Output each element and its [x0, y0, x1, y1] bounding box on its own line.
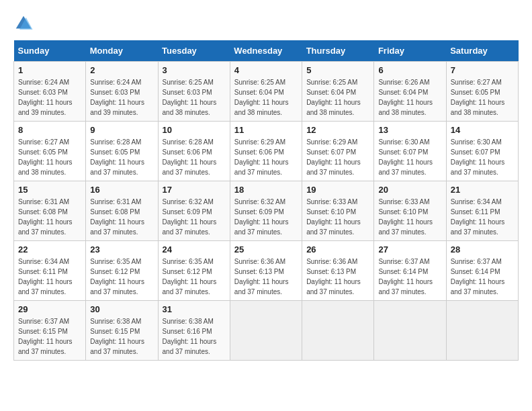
calendar-cell: 28Sunrise: 6:37 AM Sunset: 6:14 PM Dayli…: [446, 241, 518, 301]
day-info: Sunrise: 6:25 AM Sunset: 6:04 PM Dayligh…: [306, 77, 369, 118]
calendar-cell: 15Sunrise: 6:31 AM Sunset: 6:08 PM Dayli…: [14, 181, 86, 241]
calendar-week-3: 15Sunrise: 6:31 AM Sunset: 6:08 PM Dayli…: [14, 181, 519, 241]
day-info: Sunrise: 6:37 AM Sunset: 6:14 PM Dayligh…: [451, 257, 514, 297]
day-info: Sunrise: 6:35 AM Sunset: 6:12 PM Dayligh…: [163, 257, 226, 297]
day-info: Sunrise: 6:24 AM Sunset: 6:03 PM Dayligh…: [90, 77, 153, 118]
calendar-cell: 21Sunrise: 6:34 AM Sunset: 6:11 PM Dayli…: [446, 181, 518, 241]
calendar-cell: 17Sunrise: 6:32 AM Sunset: 6:09 PM Dayli…: [158, 181, 230, 241]
day-info: Sunrise: 6:24 AM Sunset: 6:03 PM Dayligh…: [18, 77, 81, 118]
day-number: 26: [306, 244, 369, 255]
day-info: Sunrise: 6:33 AM Sunset: 6:10 PM Dayligh…: [306, 197, 369, 237]
day-info: Sunrise: 6:35 AM Sunset: 6:12 PM Dayligh…: [90, 257, 153, 297]
day-number: 23: [90, 244, 153, 255]
day-number: 6: [378, 65, 441, 75]
day-number: 13: [378, 125, 441, 135]
day-info: Sunrise: 6:26 AM Sunset: 6:04 PM Dayligh…: [378, 77, 441, 118]
day-number: 9: [90, 125, 153, 135]
day-number: 31: [163, 304, 226, 314]
calendar-week-4: 22Sunrise: 6:34 AM Sunset: 6:11 PM Dayli…: [14, 241, 519, 301]
calendar-cell: 6Sunrise: 6:26 AM Sunset: 6:04 PM Daylig…: [374, 62, 446, 122]
day-number: 1: [18, 65, 81, 75]
day-info: Sunrise: 6:32 AM Sunset: 6:09 PM Dayligh…: [163, 197, 226, 237]
day-number: 5: [306, 65, 369, 75]
day-number: 30: [90, 304, 153, 314]
day-info: Sunrise: 6:37 AM Sunset: 6:15 PM Dayligh…: [18, 316, 81, 357]
day-number: 14: [451, 125, 514, 135]
logo: [13, 13, 36, 34]
day-number: 11: [234, 125, 298, 135]
day-info: Sunrise: 6:36 AM Sunset: 6:13 PM Dayligh…: [234, 257, 298, 297]
calendar-cell: 30Sunrise: 6:38 AM Sunset: 6:15 PM Dayli…: [86, 301, 158, 361]
day-number: 4: [234, 65, 298, 75]
day-info: Sunrise: 6:32 AM Sunset: 6:09 PM Dayligh…: [234, 197, 298, 237]
day-info: Sunrise: 6:30 AM Sunset: 6:07 PM Dayligh…: [378, 137, 441, 177]
calendar-week-2: 8Sunrise: 6:27 AM Sunset: 6:05 PM Daylig…: [14, 122, 519, 181]
col-header-monday: Monday: [86, 40, 158, 62]
day-number: 21: [451, 185, 514, 195]
calendar-cell: 24Sunrise: 6:35 AM Sunset: 6:12 PM Dayli…: [158, 241, 230, 301]
day-number: 12: [306, 125, 369, 135]
day-number: 20: [378, 185, 441, 195]
day-number: 7: [451, 65, 514, 75]
day-number: 16: [90, 185, 153, 195]
calendar-cell: 11Sunrise: 6:29 AM Sunset: 6:06 PM Dayli…: [230, 122, 302, 181]
col-header-sunday: Sunday: [14, 40, 86, 62]
day-number: 3: [163, 65, 226, 75]
calendar-cell: 19Sunrise: 6:33 AM Sunset: 6:10 PM Dayli…: [302, 181, 374, 241]
day-number: 8: [18, 125, 81, 135]
calendar-cell: 26Sunrise: 6:36 AM Sunset: 6:13 PM Dayli…: [302, 241, 374, 301]
calendar-cell: 25Sunrise: 6:36 AM Sunset: 6:13 PM Dayli…: [230, 241, 302, 301]
day-number: 2: [90, 65, 153, 75]
day-number: 25: [234, 244, 298, 255]
calendar-week-5: 29Sunrise: 6:37 AM Sunset: 6:15 PM Dayli…: [14, 301, 519, 361]
day-info: Sunrise: 6:28 AM Sunset: 6:05 PM Dayligh…: [90, 137, 153, 177]
col-header-thursday: Thursday: [302, 40, 374, 62]
day-info: Sunrise: 6:34 AM Sunset: 6:11 PM Dayligh…: [18, 257, 81, 297]
calendar-cell: 3Sunrise: 6:25 AM Sunset: 6:03 PM Daylig…: [158, 62, 230, 122]
calendar-cell: 7Sunrise: 6:27 AM Sunset: 6:05 PM Daylig…: [446, 62, 518, 122]
day-info: Sunrise: 6:25 AM Sunset: 6:04 PM Dayligh…: [234, 77, 298, 118]
day-info: Sunrise: 6:31 AM Sunset: 6:08 PM Dayligh…: [18, 197, 81, 237]
calendar-cell: [302, 301, 374, 361]
calendar-cell: [446, 301, 518, 361]
day-info: Sunrise: 6:27 AM Sunset: 6:05 PM Dayligh…: [451, 77, 514, 118]
calendar-cell: 12Sunrise: 6:29 AM Sunset: 6:07 PM Dayli…: [302, 122, 374, 181]
calendar-cell: 10Sunrise: 6:28 AM Sunset: 6:06 PM Dayli…: [158, 122, 230, 181]
day-info: Sunrise: 6:33 AM Sunset: 6:10 PM Dayligh…: [378, 197, 441, 237]
calendar-cell: 23Sunrise: 6:35 AM Sunset: 6:12 PM Dayli…: [86, 241, 158, 301]
day-number: 28: [451, 244, 514, 255]
day-info: Sunrise: 6:34 AM Sunset: 6:11 PM Dayligh…: [451, 197, 514, 237]
day-info: Sunrise: 6:28 AM Sunset: 6:06 PM Dayligh…: [163, 137, 226, 177]
day-info: Sunrise: 6:29 AM Sunset: 6:07 PM Dayligh…: [306, 137, 369, 177]
calendar-cell: 13Sunrise: 6:30 AM Sunset: 6:07 PM Dayli…: [374, 122, 446, 181]
calendar-cell: [374, 301, 446, 361]
day-info: Sunrise: 6:38 AM Sunset: 6:15 PM Dayligh…: [90, 316, 153, 357]
col-header-tuesday: Tuesday: [158, 40, 230, 62]
col-header-saturday: Saturday: [446, 40, 518, 62]
day-number: 18: [234, 185, 298, 195]
calendar-cell: 14Sunrise: 6:30 AM Sunset: 6:07 PM Dayli…: [446, 122, 518, 181]
calendar-cell: 9Sunrise: 6:28 AM Sunset: 6:05 PM Daylig…: [86, 122, 158, 181]
day-number: 27: [378, 244, 441, 255]
calendar-cell: 2Sunrise: 6:24 AM Sunset: 6:03 PM Daylig…: [86, 62, 158, 122]
calendar-cell: 20Sunrise: 6:33 AM Sunset: 6:10 PM Dayli…: [374, 181, 446, 241]
calendar-week-1: 1Sunrise: 6:24 AM Sunset: 6:03 PM Daylig…: [14, 62, 519, 122]
page-header: [13, 13, 519, 34]
day-number: 19: [306, 185, 369, 195]
calendar-cell: 5Sunrise: 6:25 AM Sunset: 6:04 PM Daylig…: [302, 62, 374, 122]
day-info: Sunrise: 6:31 AM Sunset: 6:08 PM Dayligh…: [90, 197, 153, 237]
day-info: Sunrise: 6:30 AM Sunset: 6:07 PM Dayligh…: [451, 137, 514, 177]
day-info: Sunrise: 6:36 AM Sunset: 6:13 PM Dayligh…: [306, 257, 369, 297]
col-header-wednesday: Wednesday: [230, 40, 302, 62]
day-number: 29: [18, 304, 81, 314]
day-info: Sunrise: 6:37 AM Sunset: 6:14 PM Dayligh…: [378, 257, 441, 297]
calendar-cell: 18Sunrise: 6:32 AM Sunset: 6:09 PM Dayli…: [230, 181, 302, 241]
calendar-table: SundayMondayTuesdayWednesdayThursdayFrid…: [13, 40, 519, 361]
calendar-cell: 29Sunrise: 6:37 AM Sunset: 6:15 PM Dayli…: [14, 301, 86, 361]
calendar-cell: 8Sunrise: 6:27 AM Sunset: 6:05 PM Daylig…: [14, 122, 86, 181]
header-row: SundayMondayTuesdayWednesdayThursdayFrid…: [14, 40, 519, 62]
logo-icon: [13, 13, 34, 34]
day-info: Sunrise: 6:25 AM Sunset: 6:03 PM Dayligh…: [163, 77, 226, 118]
calendar-cell: [230, 301, 302, 361]
calendar-cell: 1Sunrise: 6:24 AM Sunset: 6:03 PM Daylig…: [14, 62, 86, 122]
